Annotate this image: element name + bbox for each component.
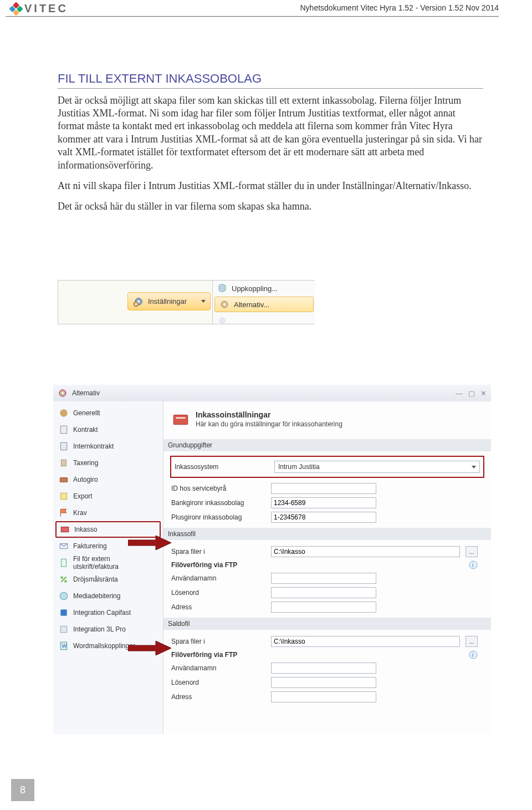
info-icon[interactable]: i xyxy=(469,650,478,659)
menu-item-uppkoppling-label: Uppkoppling... xyxy=(232,284,278,293)
svg-point-6 xyxy=(223,303,226,305)
svg-rect-13 xyxy=(62,460,66,466)
input-spara2[interactable] xyxy=(271,636,460,647)
input-user2[interactable] xyxy=(271,663,376,674)
inkasso-header-icon xyxy=(171,410,190,429)
browse-button-1[interactable]: ... xyxy=(466,546,478,557)
svg-point-9 xyxy=(62,392,64,394)
page-number: 8 xyxy=(11,779,34,801)
svg-rect-23 xyxy=(60,609,66,615)
label-user1: Användarnamn xyxy=(171,574,265,582)
svg-rect-14 xyxy=(60,478,68,482)
capifast-icon xyxy=(59,608,69,618)
sidebar-item-export[interactable]: Export xyxy=(53,488,163,505)
window-buttons: — ▢ ✕ xyxy=(456,389,487,398)
svg-text:i: i xyxy=(472,652,473,658)
dropdown-inkassosystem[interactable]: Intrum Justitia xyxy=(274,461,480,473)
info-icon[interactable]: i xyxy=(469,561,478,569)
label-pwd2: Lösenord xyxy=(171,679,265,686)
minimize-button[interactable]: — xyxy=(456,389,463,398)
sidebar-label: Mediadebitering xyxy=(73,592,120,600)
label-spara1: Spara filer i xyxy=(171,548,265,556)
label-ftp2: Filöverföring via FTP xyxy=(171,651,237,659)
export-icon xyxy=(59,491,69,501)
wallet-icon xyxy=(59,475,69,485)
label-addr1: Adress xyxy=(171,603,265,611)
building-icon xyxy=(59,458,69,468)
sidebar-item-internkontrakt[interactable]: Internkontrakt xyxy=(53,438,163,455)
maximize-button[interactable]: ▢ xyxy=(468,389,475,398)
page-header: VITEC Nyhetsdokument Vitec Hyra 1.52 - V… xyxy=(6,2,499,17)
input-pwd2[interactable] xyxy=(271,677,376,688)
gear-icon xyxy=(219,299,229,309)
menu-item-extra[interactable] xyxy=(213,313,315,328)
file-icon xyxy=(59,558,69,568)
sidebar-label: Autogiro xyxy=(73,476,98,483)
sidebar-label: Dröjsmålsränta xyxy=(73,575,118,583)
input-spara1[interactable] xyxy=(271,546,460,557)
label-addr2: Adress xyxy=(171,693,265,701)
sidebar-item-drojsmal[interactable]: Dröjsmålsränta xyxy=(53,571,163,588)
svg-rect-11 xyxy=(60,426,66,434)
dropdown-caret-icon xyxy=(201,300,206,303)
sidebar-item-externfil[interactable]: Fil för extern utskrift/efaktura xyxy=(53,554,163,571)
callout-arrow-1 xyxy=(128,536,171,550)
input-addr2[interactable] xyxy=(271,691,376,702)
database-icon xyxy=(217,283,227,293)
sidebar-item-media[interactable]: Mediadebitering xyxy=(53,588,163,604)
input-plusgiro[interactable] xyxy=(271,512,376,523)
input-pwd1[interactable] xyxy=(271,587,376,598)
close-button[interactable]: ✕ xyxy=(480,389,487,398)
svg-rect-12 xyxy=(60,442,66,450)
sidebar-item-kontrakt[interactable]: Kontrakt xyxy=(53,421,163,438)
svg-text:i: i xyxy=(472,562,473,568)
window-gear-icon xyxy=(58,388,68,398)
input-addr1[interactable] xyxy=(271,602,376,613)
sidebar-item-generellt[interactable]: Generellt xyxy=(53,405,163,421)
mail-icon xyxy=(59,541,69,551)
section-saldofil: Saldofil xyxy=(163,618,491,630)
generic-icon xyxy=(59,408,69,418)
svg-point-3 xyxy=(135,303,137,304)
menu-item-uppkoppling[interactable]: Uppkoppling... xyxy=(213,281,315,296)
svg-rect-15 xyxy=(60,493,66,499)
callout-arrow-2 xyxy=(128,641,171,655)
highlight-inkassosystem: Inkassosystem Intrum Justitia xyxy=(170,456,484,478)
dropdown-value: Intrum Justitia xyxy=(278,463,320,471)
sidebar-label: Generellt xyxy=(73,409,100,417)
brand-name: VITEC xyxy=(24,2,68,15)
paragraph-2: Att ni vill skapa filer i Intrum Justiti… xyxy=(58,180,483,192)
paragraph-3: Det är också här du ställer in var filer… xyxy=(58,200,483,213)
label-bankgiro: Bankgironr inkassobolag xyxy=(171,499,265,507)
svg-rect-24 xyxy=(60,626,66,632)
article-body: FIL TILL EXTERNT INKASSOBOLAG Det är ock… xyxy=(58,71,483,221)
sidebar-item-3lpro[interactable]: Integration 3L Pro xyxy=(53,621,163,638)
3l-icon xyxy=(59,624,69,634)
browse-button-2[interactable]: ... xyxy=(466,636,478,647)
input-bankgiro[interactable] xyxy=(271,497,376,508)
sidebar-label: Integration Capifast xyxy=(73,609,131,617)
sidebar-item-krav[interactable]: Krav xyxy=(53,505,163,521)
menu-item-alternativ[interactable]: Alternativ... xyxy=(214,297,314,312)
section-grunduppgifter: Grunduppgifter xyxy=(163,439,491,451)
sidebar-item-taxering[interactable]: Taxering xyxy=(53,455,163,471)
doc-icon xyxy=(59,425,69,435)
dropdown-caret-icon xyxy=(472,466,476,468)
gear2-icon xyxy=(217,315,227,325)
sidebar-label: Inkasso xyxy=(74,526,97,533)
input-idservicebyra[interactable] xyxy=(271,483,376,494)
svg-rect-28 xyxy=(176,417,186,419)
label-user2: Användarnamn xyxy=(171,664,265,672)
window-title: Alternativ xyxy=(72,389,100,397)
menu-item-alternativ-label: Alternativ... xyxy=(234,300,269,309)
document-title: Nyhetsdokument Vitec Hyra 1.52 - Version… xyxy=(300,3,499,12)
sidebar-item-capifast[interactable]: Integration Capifast xyxy=(53,604,163,621)
settings-button[interactable]: Inställningar xyxy=(127,292,211,310)
paragraph-1: Det är också möjligt att skapa filer som… xyxy=(58,94,483,172)
percent-icon xyxy=(59,574,69,584)
label-idservicebyra: ID hos servicebyrå xyxy=(171,485,265,492)
label-plusgiro: Plusgironr inkassobolag xyxy=(171,513,265,521)
input-user1[interactable] xyxy=(271,573,376,584)
sidebar-item-autogiro[interactable]: Autogiro xyxy=(53,471,163,488)
screenshot-ribbon-menu: Inställningar Uppkoppling... Alternativ.… xyxy=(58,280,315,324)
